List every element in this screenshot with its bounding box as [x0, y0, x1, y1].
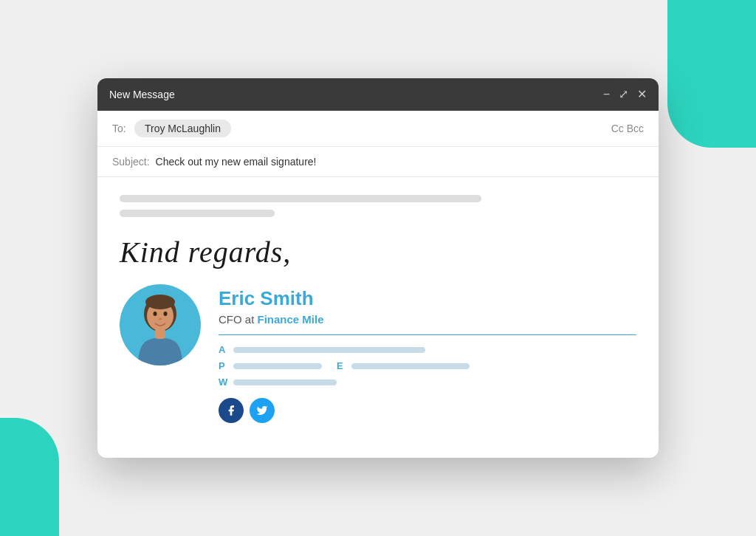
- website-bar: [233, 379, 337, 385]
- phone-label: P: [219, 360, 227, 371]
- sig-title: CFO at Finance Mile: [219, 313, 636, 326]
- social-icons: [219, 398, 636, 423]
- to-label: To:: [112, 123, 127, 134]
- email-label: E: [337, 360, 346, 371]
- recipient-chip[interactable]: Troy McLaughlin: [134, 120, 231, 137]
- sig-name: Eric Smith: [219, 287, 636, 310]
- sig-title-prefix: CFO at: [219, 313, 258, 326]
- titlebar: New Message − ⤢ ✕: [97, 78, 659, 111]
- signature-card: Eric Smith CFO at Finance Mile A P: [120, 284, 636, 423]
- svg-rect-6: [155, 329, 165, 339]
- sig-divider: [219, 334, 636, 335]
- close-button[interactable]: ✕: [637, 89, 647, 100]
- facebook-icon: [225, 405, 237, 416]
- subject-row: Subject: Check out my new email signatur…: [97, 147, 659, 177]
- body-line-1: [120, 195, 481, 202]
- signature-greeting: Kind regards,: [120, 235, 636, 269]
- minimize-button[interactable]: −: [603, 89, 610, 100]
- website-label: W: [219, 377, 227, 388]
- cc-bcc-button[interactable]: Cc Bcc: [611, 123, 644, 134]
- twitter-icon: [256, 405, 268, 416]
- address-label: A: [219, 344, 227, 355]
- sig-phone-email-row: P E: [219, 360, 636, 371]
- window-title: New Message: [109, 89, 175, 100]
- sig-website-row: W: [219, 377, 636, 388]
- svg-point-5: [159, 318, 162, 320]
- sig-details: A P E W: [219, 344, 636, 388]
- body-placeholder-lines: [120, 195, 636, 217]
- subject-label: Subject:: [112, 156, 150, 168]
- avatar: [120, 284, 201, 365]
- signature-info: Eric Smith CFO at Finance Mile A P: [219, 284, 636, 423]
- twitter-button[interactable]: [250, 398, 275, 423]
- maximize-button[interactable]: ⤢: [619, 89, 628, 100]
- svg-point-4: [164, 312, 168, 316]
- subject-text: Check out my new email signature!: [156, 156, 317, 168]
- address-bar: [233, 347, 425, 353]
- svg-point-3: [154, 312, 157, 316]
- body-area[interactable]: Kind regards,: [97, 177, 659, 458]
- to-row: To: Troy McLaughlin Cc Bcc: [97, 111, 659, 147]
- sig-address-row: A: [219, 344, 636, 355]
- email-compose-window: New Message − ⤢ ✕ To: Troy McLaughlin Cc…: [97, 78, 659, 458]
- window-controls: − ⤢ ✕: [603, 89, 647, 100]
- email-bar: [351, 363, 470, 369]
- phone-bar: [233, 363, 322, 369]
- avatar-illustration: [127, 292, 193, 365]
- facebook-button[interactable]: [219, 398, 244, 423]
- bg-decoration-bottom: [0, 418, 59, 536]
- body-line-2: [120, 210, 275, 217]
- svg-point-2: [145, 295, 175, 309]
- bg-decoration-top: [667, 0, 756, 148]
- sig-company: Finance Mile: [258, 313, 324, 326]
